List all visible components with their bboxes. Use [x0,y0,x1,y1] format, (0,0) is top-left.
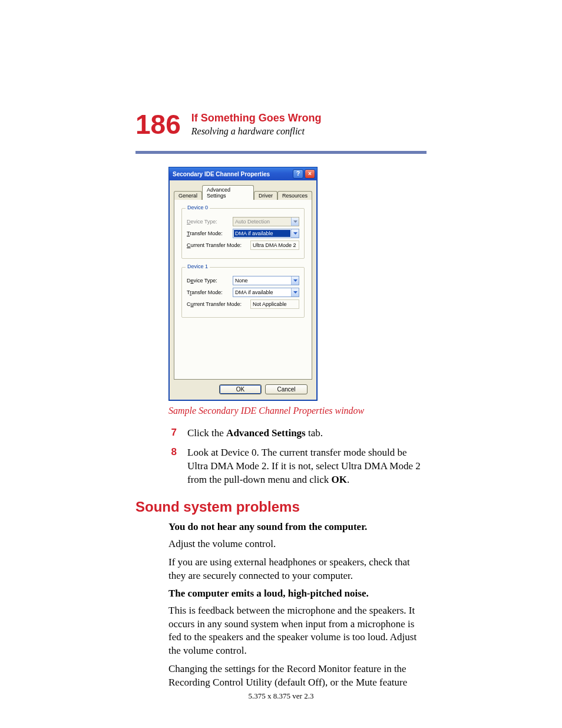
paragraph: If you are using external headphones or … [168,556,427,583]
page-footer: 5.375 x 8.375 ver 2.3 [0,691,562,701]
figure-caption: Sample Secondary IDE Channel Properties … [168,406,427,416]
tab-advanced-settings[interactable]: Advanced Settings [202,185,254,200]
dialog-body: General Advanced Settings Driver Resourc… [169,180,317,400]
page: 186 If Something Goes Wrong Resolving a … [0,0,562,728]
combo-dev0-transfer-mode-value: DMA if available [234,230,290,237]
chapter-subtitle: Resolving a hardware conflict [191,126,322,137]
dialog-title: Secondary IDE Channel Properties [173,171,270,177]
value-dev0-current: Ultra DMA Mode 2 [250,241,299,250]
combo-dev1-transfer-mode-value: DMA if available [233,288,291,297]
chevron-down-icon [291,288,299,297]
paragraph: Changing the settings for the Record Mon… [168,663,427,690]
text-run: Look at Device 0. The current transfer m… [187,447,421,485]
text-run: . [347,474,349,485]
tab-resources[interactable]: Resources [277,191,312,200]
properties-dialog: Secondary IDE Channel Properties ? × Gen… [168,167,318,401]
text-bold: Advanced Settings [226,427,306,439]
dialog-button-row: OK Cancel [174,380,312,394]
step-8: 8 Look at Device 0. The current transfer… [168,446,427,487]
label-dev1-device-type: Device Type: [187,278,233,284]
heading-no-sound: You do not hear any sound from the compu… [168,521,427,533]
step-text: Click the Advanced Settings tab. [187,427,427,440]
fieldset-device-1: Device 1 Device Type: None [181,267,305,318]
combo-dev1-transfer-mode[interactable]: DMA if available [233,288,299,297]
close-button[interactable]: × [305,169,315,179]
step-text: Look at Device 0. The current transfer m… [187,446,427,487]
label-dev0-current: Current Transfer Mode: [187,242,250,248]
row-dev0-transfer-mode: Transfer Mode: DMA if available [187,229,299,238]
chevron-down-icon [291,218,299,226]
tab-general[interactable]: General [174,191,202,200]
label-dev1-transfer-mode: Transfer Mode: [187,289,233,295]
text-bold: OK [332,474,347,485]
value-dev1-current: Not Applicable [250,299,299,309]
page-number: 186 [135,111,181,138]
legend-device-1: Device 1 [186,263,210,269]
row-dev1-device-type: Device Type: None [187,276,299,285]
label-dev0-device-type: Device Type: [187,219,233,225]
combo-dev1-device-type-value: None [233,276,291,285]
ordered-steps: 7 Click the Advanced Settings tab. 8 Loo… [168,427,427,487]
chevron-down-icon [291,276,299,285]
svg-marker-3 [293,291,297,294]
row-dev0-device-type: Device Type: Auto Detection [187,217,299,226]
tab-strip: General Advanced Settings Driver Resourc… [174,185,312,200]
combo-dev0-transfer-mode[interactable]: DMA if available [233,229,299,238]
ok-button[interactable]: OK [219,384,262,394]
fieldset-device-0: Device 0 Device Type: Auto Detection [181,208,305,259]
page-header: 186 If Something Goes Wrong Resolving a … [135,112,427,138]
step-number: 7 [168,427,177,439]
legend-device-0: Device 0 [186,205,210,210]
label-dev1-current: Current Transfer Mode: [187,301,250,307]
label-dev0-transfer-mode: Transfer Mode: [187,230,233,236]
cancel-button[interactable]: Cancel [265,384,308,394]
dialog-titlebar[interactable]: Secondary IDE Channel Properties ? × [169,167,317,180]
titlebar-buttons: ? × [293,169,315,179]
step-7: 7 Click the Advanced Settings tab. [168,427,427,440]
header-rule [135,151,427,154]
step-number: 8 [168,446,177,458]
text-run: Click the [187,427,226,439]
text-run: tab. [306,427,323,439]
heading-sound-system-problems: Sound system problems [135,499,427,515]
tab-driver[interactable]: Driver [254,191,277,200]
row-dev0-current: Current Transfer Mode: Ultra DMA Mode 2 [187,241,299,250]
combo-dev0-device-type-value: Auto Detection [233,218,291,226]
question-icon: ? [296,171,300,177]
paragraph: Adjust the volume control. [168,538,427,551]
row-dev1-current: Current Transfer Mode: Not Applicable [187,299,299,309]
chapter-title: If Something Goes Wrong [191,112,322,125]
header-text-block: If Something Goes Wrong Resolving a hard… [191,112,322,137]
help-button[interactable]: ? [293,169,303,179]
combo-dev0-device-type[interactable]: Auto Detection [233,217,299,226]
paragraph: This is feedback between the microphone … [168,604,427,658]
close-icon: × [308,171,312,177]
screenshot-dialog: Secondary IDE Channel Properties ? × Gen… [168,167,318,401]
row-dev1-transfer-mode: Transfer Mode: DMA if available [187,288,299,297]
svg-marker-2 [293,279,297,282]
combo-dev1-device-type[interactable]: None [233,276,299,285]
svg-marker-0 [293,220,297,223]
chevron-down-icon [291,229,299,238]
tab-pane-advanced-settings: Device 0 Device Type: Auto Detection [174,199,312,380]
svg-marker-1 [293,232,297,235]
heading-high-pitched-noise: The computer emits a loud, high-pitched … [168,588,427,599]
